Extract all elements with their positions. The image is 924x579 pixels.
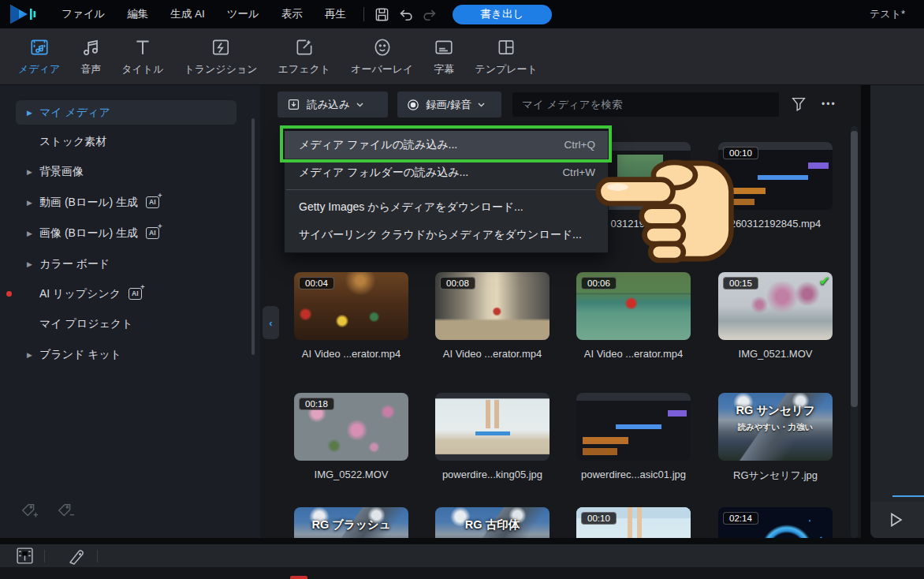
titlebar-divider	[363, 7, 364, 21]
menu-tools[interactable]: ツール	[216, 0, 270, 28]
add-tag-button[interactable]	[20, 502, 39, 521]
media-icon	[29, 37, 50, 58]
tab-effect[interactable]: エフェクト	[268, 28, 341, 85]
sidebar-item-label: ストック素材	[39, 135, 106, 149]
sidebar-item-my-projects[interactable]: マイ プロジェクト	[16, 312, 237, 336]
save-button[interactable]	[371, 2, 394, 26]
media-scrollbar-thumb[interactable]	[851, 131, 858, 407]
menu-edit[interactable]: 編集	[116, 0, 159, 28]
expand-arrow-icon[interactable]: ▶	[27, 109, 39, 117]
export-button[interactable]: 書き出し	[453, 5, 552, 24]
expand-arrow-icon[interactable]: ▶	[27, 260, 39, 268]
tab-audio-label: 音声	[80, 62, 101, 77]
expand-arrow-icon[interactable]: ▶	[27, 230, 39, 237]
record-button[interactable]: 録画/録音	[397, 92, 501, 118]
sidebar-item-my-media[interactable]: ▶ マイ メディア	[16, 100, 237, 125]
tab-audio[interactable]: 音声	[70, 28, 111, 85]
media-item[interactable]: RG サンセリフ 読みやすい・力強い RGサンセリフ.jpg	[718, 393, 833, 461]
expand-arrow-icon[interactable]: ▶	[27, 168, 39, 176]
menu-play[interactable]: 再生	[314, 0, 357, 28]
timeline-playhead-marker[interactable]	[290, 576, 307, 579]
new-feature-dot	[6, 291, 12, 297]
split-knife-button[interactable]	[65, 546, 89, 566]
media-thumbnail[interactable]: RG 古印体	[435, 507, 550, 538]
collapse-panel-button[interactable]: ‹	[263, 306, 279, 339]
filter-funnel-icon[interactable]	[790, 95, 807, 114]
sidebar-scrollbar[interactable]	[251, 118, 255, 355]
media-thumbnail[interactable]: RG サンセリフ 読みやすい・力強い	[718, 393, 833, 461]
menu-item-getty-download[interactable]: Getty Images からメディアをダウンロード...	[285, 193, 608, 221]
import-media-button[interactable]: 読み込み	[278, 92, 388, 118]
overlay-mask-icon	[372, 37, 393, 58]
remove-tag-button[interactable]	[57, 502, 76, 521]
media-item[interactable]: powerdirec...asic01.jpg	[576, 393, 691, 461]
ai-plus-badge: AI	[146, 227, 159, 239]
sidebar-item-ai-lipsync[interactable]: AI リップシンク AI	[16, 282, 237, 306]
sidebar-item-video-broll-generate[interactable]: ▶ 動画 (Bロール) 生成 AI	[16, 190, 237, 215]
sidebar-item-brand-kit[interactable]: ▶ ブランド キット	[16, 342, 237, 367]
media-thumbnail[interactable]: 00:18	[294, 393, 408, 461]
tab-media[interactable]: メディア	[8, 28, 70, 85]
tab-template[interactable]: テンプレート	[464, 28, 548, 85]
record-button-label: 録画/録音	[426, 98, 471, 112]
more-options-button[interactable]: •••	[822, 92, 836, 118]
tab-subtitle[interactable]: 字幕	[423, 28, 464, 85]
duration-badge: 00:04	[299, 277, 334, 290]
app-window: ファイル 編集 生成 AI ツール 表示 再生 書き出し テスト*	[0, 0, 924, 579]
track-manager-button[interactable]	[13, 546, 36, 566]
media-item[interactable]: 00:10	[576, 507, 691, 538]
media-item[interactable]: RG ブラッシュ	[294, 507, 408, 538]
selected-check-icon: ✔	[819, 273, 830, 290]
sidebar-item-label: 動画 (Bロール) 生成	[39, 196, 138, 210]
expand-arrow-icon[interactable]: ▶	[27, 199, 39, 207]
media-filename: RGサンセリフ.jpg	[706, 469, 844, 483]
sidebar-item-image-broll-generate[interactable]: ▶ 画像 (Bロール) 生成 AI	[16, 221, 237, 245]
media-item[interactable]: 00:18 IMG_0522.MOV	[294, 393, 408, 461]
panel-divider[interactable]	[861, 85, 870, 538]
menu-file[interactable]: ファイル	[50, 0, 116, 28]
expand-arrow-icon[interactable]: ▶	[27, 351, 39, 359]
tab-title[interactable]: タイトル	[111, 28, 173, 85]
media-item[interactable]: 00:06 AI Video ...erator.mp4	[576, 272, 691, 340]
media-item[interactable]: 00:04 AI Video ...erator.mp4	[294, 272, 408, 340]
timeline-toolbar	[0, 544, 924, 567]
media-thumbnail[interactable]: 00:08	[435, 272, 550, 340]
menu-item-import-media-folder[interactable]: メディア フォルダーの読み込み... Ctrl+W	[285, 159, 608, 186]
media-filename: AI Video ...erator.mp4	[423, 348, 561, 360]
media-filename: AI Video ...erator.mp4	[282, 348, 420, 360]
media-item[interactable]: 00:08 AI Video ...erator.mp4	[435, 272, 550, 340]
media-thumbnail[interactable]: 02:14	[718, 507, 833, 538]
media-thumbnail[interactable]: 00:15 ✔	[718, 272, 833, 340]
media-filename: AI Video ...erator.mp4	[564, 348, 702, 360]
ai-plus-badge: AI	[129, 288, 142, 300]
sidebar-item-background-images[interactable]: ▶ 背景画像	[16, 159, 237, 184]
media-thumbnail[interactable]: 00:10	[576, 507, 691, 538]
undo-button[interactable]	[394, 2, 418, 26]
media-thumbnail[interactable]: 00:06	[576, 272, 691, 340]
record-icon	[407, 99, 419, 111]
menu-generative-ai[interactable]: 生成 AI	[159, 0, 216, 28]
menu-view[interactable]: 表示	[270, 0, 314, 28]
preview-panel	[870, 85, 924, 538]
media-item[interactable]: powerdire...king05.jpg	[435, 393, 550, 461]
play-button[interactable]	[886, 510, 905, 529]
tab-overlay[interactable]: オーバーレイ	[341, 28, 423, 85]
media-item[interactable]: 02:14	[718, 507, 833, 538]
media-thumbnail[interactable]	[435, 393, 550, 461]
search-input[interactable]	[512, 92, 779, 117]
media-thumbnail[interactable]: RG ブラッシュ	[294, 507, 408, 538]
sidebar-item-stock-media[interactable]: ストック素材	[16, 129, 237, 154]
tab-transition[interactable]: トランジション	[173, 28, 267, 85]
media-thumbnail[interactable]: 00:04	[294, 272, 408, 340]
duration-badge: 00:15	[723, 277, 758, 290]
redo-button[interactable]	[418, 2, 442, 26]
sidebar-item-color-board[interactable]: ▶ カラー ボード	[16, 252, 237, 276]
chevron-down-icon	[478, 103, 485, 107]
media-thumbnail[interactable]	[576, 393, 691, 461]
tab-transition-label: トランジション	[184, 62, 257, 77]
media-item[interactable]: 00:15 ✔ IMG_0521.MOV	[718, 272, 833, 340]
powerdirector-logo	[9, 4, 36, 24]
media-item[interactable]: RG 古印体	[435, 507, 550, 538]
menu-item-shortcut: Ctrl+W	[562, 166, 595, 178]
menu-item-cyberlink-cloud-download[interactable]: サイバーリンク クラウドからメディアをダウンロード...	[285, 221, 608, 248]
